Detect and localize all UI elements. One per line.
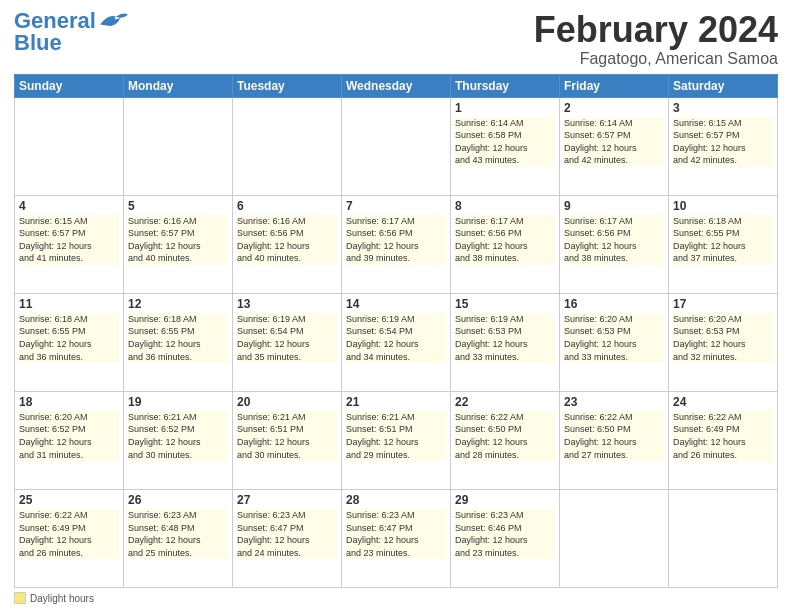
calendar-cell: [15, 97, 124, 195]
day-info: Sunrise: 6:23 AMSunset: 6:46 PMDaylight:…: [455, 509, 555, 559]
day-header-wednesday: Wednesday: [342, 74, 451, 97]
day-number: 7: [346, 199, 446, 213]
legend-label: Daylight hours: [30, 593, 94, 604]
calendar-cell: 25Sunrise: 6:22 AMSunset: 6:49 PMDayligh…: [15, 489, 124, 587]
calendar-cell: 14Sunrise: 6:19 AMSunset: 6:54 PMDayligh…: [342, 293, 451, 391]
calendar-cell: 29Sunrise: 6:23 AMSunset: 6:46 PMDayligh…: [451, 489, 560, 587]
day-info: Sunrise: 6:19 AMSunset: 6:54 PMDaylight:…: [346, 313, 446, 363]
day-info: Sunrise: 6:17 AMSunset: 6:56 PMDaylight:…: [564, 215, 664, 265]
calendar-cell: [560, 489, 669, 587]
location-title: Fagatogo, American Samoa: [534, 50, 778, 68]
calendar-cell: 15Sunrise: 6:19 AMSunset: 6:53 PMDayligh…: [451, 293, 560, 391]
day-header-monday: Monday: [124, 74, 233, 97]
calendar-cell: 7Sunrise: 6:17 AMSunset: 6:56 PMDaylight…: [342, 195, 451, 293]
calendar-cell: 5Sunrise: 6:16 AMSunset: 6:57 PMDaylight…: [124, 195, 233, 293]
logo-bird-icon: [96, 10, 128, 30]
calendar-cell: 10Sunrise: 6:18 AMSunset: 6:55 PMDayligh…: [669, 195, 778, 293]
calendar-cell: 20Sunrise: 6:21 AMSunset: 6:51 PMDayligh…: [233, 391, 342, 489]
calendar-cell: 3Sunrise: 6:15 AMSunset: 6:57 PMDaylight…: [669, 97, 778, 195]
day-number: 13: [237, 297, 337, 311]
day-info: Sunrise: 6:17 AMSunset: 6:56 PMDaylight:…: [455, 215, 555, 265]
day-number: 28: [346, 493, 446, 507]
day-number: 29: [455, 493, 555, 507]
day-number: 11: [19, 297, 119, 311]
calendar-cell: 17Sunrise: 6:20 AMSunset: 6:53 PMDayligh…: [669, 293, 778, 391]
page: General Blue February 2024 Fagatogo, Ame…: [0, 0, 792, 612]
day-number: 2: [564, 101, 664, 115]
calendar-cell: 9Sunrise: 6:17 AMSunset: 6:56 PMDaylight…: [560, 195, 669, 293]
title-section: February 2024 Fagatogo, American Samoa: [534, 10, 778, 68]
calendar-cell: 23Sunrise: 6:22 AMSunset: 6:50 PMDayligh…: [560, 391, 669, 489]
day-info: Sunrise: 6:16 AMSunset: 6:57 PMDaylight:…: [128, 215, 228, 265]
legend-box: [14, 592, 26, 604]
calendar-table: SundayMondayTuesdayWednesdayThursdayFrid…: [14, 74, 778, 588]
day-info: Sunrise: 6:18 AMSunset: 6:55 PMDaylight:…: [673, 215, 773, 265]
day-info: Sunrise: 6:20 AMSunset: 6:52 PMDaylight:…: [19, 411, 119, 461]
calendar-cell: 26Sunrise: 6:23 AMSunset: 6:48 PMDayligh…: [124, 489, 233, 587]
calendar-cell: 22Sunrise: 6:22 AMSunset: 6:50 PMDayligh…: [451, 391, 560, 489]
calendar-cell: 18Sunrise: 6:20 AMSunset: 6:52 PMDayligh…: [15, 391, 124, 489]
day-number: 14: [346, 297, 446, 311]
logo: General Blue: [14, 10, 128, 54]
day-info: Sunrise: 6:20 AMSunset: 6:53 PMDaylight:…: [564, 313, 664, 363]
day-number: 24: [673, 395, 773, 409]
month-title: February 2024: [534, 10, 778, 50]
day-info: Sunrise: 6:17 AMSunset: 6:56 PMDaylight:…: [346, 215, 446, 265]
logo-text: General: [14, 10, 96, 32]
day-number: 26: [128, 493, 228, 507]
calendar-cell: 6Sunrise: 6:16 AMSunset: 6:56 PMDaylight…: [233, 195, 342, 293]
week-row-3: 11Sunrise: 6:18 AMSunset: 6:55 PMDayligh…: [15, 293, 778, 391]
day-info: Sunrise: 6:22 AMSunset: 6:49 PMDaylight:…: [19, 509, 119, 559]
calendar-cell: 16Sunrise: 6:20 AMSunset: 6:53 PMDayligh…: [560, 293, 669, 391]
day-number: 16: [564, 297, 664, 311]
day-number: 27: [237, 493, 337, 507]
day-info: Sunrise: 6:14 AMSunset: 6:57 PMDaylight:…: [564, 117, 664, 167]
day-number: 4: [19, 199, 119, 213]
day-header-friday: Friday: [560, 74, 669, 97]
day-info: Sunrise: 6:14 AMSunset: 6:58 PMDaylight:…: [455, 117, 555, 167]
day-header-tuesday: Tuesday: [233, 74, 342, 97]
week-row-4: 18Sunrise: 6:20 AMSunset: 6:52 PMDayligh…: [15, 391, 778, 489]
footer: Daylight hours: [14, 592, 778, 604]
day-info: Sunrise: 6:21 AMSunset: 6:51 PMDaylight:…: [346, 411, 446, 461]
day-number: 5: [128, 199, 228, 213]
day-header-sunday: Sunday: [15, 74, 124, 97]
calendar-cell: 24Sunrise: 6:22 AMSunset: 6:49 PMDayligh…: [669, 391, 778, 489]
day-info: Sunrise: 6:23 AMSunset: 6:47 PMDaylight:…: [237, 509, 337, 559]
day-number: 10: [673, 199, 773, 213]
calendar-cell: 12Sunrise: 6:18 AMSunset: 6:55 PMDayligh…: [124, 293, 233, 391]
week-row-5: 25Sunrise: 6:22 AMSunset: 6:49 PMDayligh…: [15, 489, 778, 587]
day-info: Sunrise: 6:18 AMSunset: 6:55 PMDaylight:…: [128, 313, 228, 363]
day-number: 20: [237, 395, 337, 409]
day-number: 8: [455, 199, 555, 213]
day-number: 9: [564, 199, 664, 213]
day-number: 12: [128, 297, 228, 311]
day-header-saturday: Saturday: [669, 74, 778, 97]
day-info: Sunrise: 6:16 AMSunset: 6:56 PMDaylight:…: [237, 215, 337, 265]
week-row-2: 4Sunrise: 6:15 AMSunset: 6:57 PMDaylight…: [15, 195, 778, 293]
calendar-cell: 2Sunrise: 6:14 AMSunset: 6:57 PMDaylight…: [560, 97, 669, 195]
day-number: 19: [128, 395, 228, 409]
calendar-cell: 11Sunrise: 6:18 AMSunset: 6:55 PMDayligh…: [15, 293, 124, 391]
calendar-cell: 4Sunrise: 6:15 AMSunset: 6:57 PMDaylight…: [15, 195, 124, 293]
day-number: 15: [455, 297, 555, 311]
legend: Daylight hours: [14, 592, 94, 604]
day-header-thursday: Thursday: [451, 74, 560, 97]
day-info: Sunrise: 6:22 AMSunset: 6:50 PMDaylight:…: [455, 411, 555, 461]
calendar-cell: 27Sunrise: 6:23 AMSunset: 6:47 PMDayligh…: [233, 489, 342, 587]
header: General Blue February 2024 Fagatogo, Ame…: [14, 10, 778, 68]
day-number: 23: [564, 395, 664, 409]
week-row-1: 1Sunrise: 6:14 AMSunset: 6:58 PMDaylight…: [15, 97, 778, 195]
day-number: 18: [19, 395, 119, 409]
day-info: Sunrise: 6:20 AMSunset: 6:53 PMDaylight:…: [673, 313, 773, 363]
calendar-cell: 21Sunrise: 6:21 AMSunset: 6:51 PMDayligh…: [342, 391, 451, 489]
day-number: 1: [455, 101, 555, 115]
day-number: 3: [673, 101, 773, 115]
day-number: 25: [19, 493, 119, 507]
calendar-cell: 1Sunrise: 6:14 AMSunset: 6:58 PMDaylight…: [451, 97, 560, 195]
day-info: Sunrise: 6:19 AMSunset: 6:53 PMDaylight:…: [455, 313, 555, 363]
day-number: 17: [673, 297, 773, 311]
calendar-cell: [669, 489, 778, 587]
calendar-cell: 28Sunrise: 6:23 AMSunset: 6:47 PMDayligh…: [342, 489, 451, 587]
day-info: Sunrise: 6:22 AMSunset: 6:49 PMDaylight:…: [673, 411, 773, 461]
